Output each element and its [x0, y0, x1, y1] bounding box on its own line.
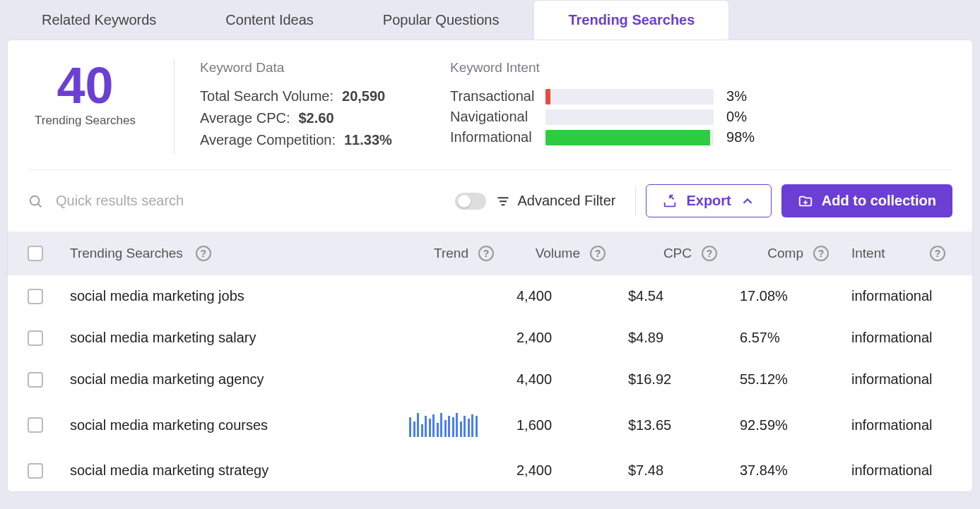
toolbar: Advanced Filter Export Add to collection	[8, 170, 972, 232]
row-volume: 4,400	[501, 288, 613, 304]
intent-percent: 98%	[726, 129, 755, 145]
toggle-knob	[458, 195, 471, 208]
row-checkbox[interactable]	[28, 463, 43, 479]
help-icon[interactable]: ?	[813, 246, 829, 261]
trending-count: 40	[35, 60, 136, 111]
keyword-stat-value: 11.33%	[344, 132, 392, 148]
intent-row: Transactional3%	[450, 88, 952, 104]
add-to-collection-button[interactable]: Add to collection	[781, 184, 952, 217]
intent-row: Navigational0%	[450, 109, 952, 125]
svg-rect-3	[500, 200, 507, 202]
export-icon	[662, 193, 678, 209]
sparkline	[409, 413, 478, 437]
help-icon[interactable]: ?	[478, 246, 494, 261]
keyword-stat-value: 20,590	[342, 88, 385, 104]
col-intent[interactable]: Intent	[851, 246, 885, 261]
add-collection-icon	[798, 193, 813, 209]
keyword-stat: Average CPC:$2.60	[200, 110, 427, 126]
row-keyword[interactable]: social media marketing strategy	[70, 462, 409, 479]
filter-icon	[496, 194, 510, 208]
row-keyword[interactable]: social media marketing courses	[70, 417, 409, 433]
intent-bar	[545, 109, 714, 125]
keyword-data-block: Keyword Data Total Search Volume:20,590A…	[187, 60, 427, 154]
col-volume[interactable]: Volume	[536, 246, 580, 261]
col-trend[interactable]: Trend	[434, 246, 468, 261]
search-input[interactable]	[56, 193, 296, 209]
table-row: social media marketing agency4,400$16.92…	[8, 359, 972, 400]
row-checkbox[interactable]	[28, 330, 43, 346]
advanced-filter-label-group: Advanced Filter	[496, 193, 615, 209]
row-intent: informational	[836, 371, 952, 388]
intent-bar	[545, 89, 714, 104]
col-trending-searches[interactable]: Trending Searches	[70, 246, 183, 261]
row-volume: 1,600	[501, 417, 613, 433]
intent-percent: 3%	[726, 88, 747, 104]
svg-point-0	[30, 196, 40, 205]
keyword-intent-block: Keyword Intent Transactional3%Navigation…	[427, 60, 952, 154]
tab-related-keywords[interactable]: Related Keywords	[7, 0, 191, 40]
keyword-stat-value: $2.60	[299, 110, 334, 126]
row-intent: informational	[836, 417, 952, 433]
col-cpc[interactable]: CPC	[663, 246, 692, 261]
row-intent: informational	[836, 288, 952, 304]
export-button[interactable]: Export	[646, 184, 771, 217]
svg-rect-2	[498, 197, 509, 198]
row-checkbox[interactable]	[28, 417, 43, 433]
select-all-checkbox[interactable]	[28, 246, 43, 261]
table-row: social media marketing strategy2,400$7.4…	[8, 450, 972, 491]
trending-count-label: Trending Searches	[35, 114, 136, 128]
toolbar-divider	[635, 186, 636, 216]
export-label: Export	[686, 193, 731, 209]
table-row: social media marketing salary2,400$4.896…	[8, 317, 972, 359]
row-volume: 2,400	[501, 330, 613, 346]
intent-row: Informational98%	[450, 129, 952, 145]
row-volume: 4,400	[501, 371, 613, 388]
row-keyword[interactable]: social media marketing salary	[70, 330, 409, 346]
row-intent: informational	[836, 462, 952, 479]
intent-label: Navigational	[450, 109, 545, 125]
row-volume: 2,400	[501, 462, 613, 479]
advanced-filter-label: Advanced Filter	[517, 193, 615, 209]
intent-bar-fill	[545, 130, 710, 145]
table-row: social media marketing courses1,600$13.6…	[8, 400, 972, 450]
help-icon[interactable]: ?	[930, 246, 945, 261]
intent-bar	[545, 130, 714, 145]
tab-popular-questions[interactable]: Popular Questions	[348, 0, 534, 40]
main-panel: 40 Trending Searches Keyword Data Total …	[7, 40, 973, 492]
count-block: 40 Trending Searches	[28, 60, 161, 154]
table-header: Trending Searches ? Trend ? Volume ? CPC…	[8, 232, 972, 275]
keyword-stat-label: Average CPC:	[200, 110, 290, 126]
row-checkbox[interactable]	[28, 289, 43, 304]
row-keyword[interactable]: social media marketing agency	[70, 371, 409, 388]
chevron-up-icon	[740, 193, 755, 209]
help-icon[interactable]: ?	[196, 246, 211, 261]
keyword-stat: Total Search Volume:20,590	[200, 88, 427, 104]
help-icon[interactable]: ?	[702, 246, 717, 261]
row-comp: 6.57%	[724, 330, 836, 346]
intent-label: Transactional	[450, 88, 545, 104]
svg-rect-4	[502, 204, 505, 205]
row-cpc: $16.92	[613, 371, 724, 388]
row-comp: 92.59%	[724, 417, 836, 433]
keyword-stat-label: Total Search Volume:	[200, 88, 333, 104]
tab-content-ideas[interactable]: Content Ideas	[191, 0, 348, 40]
add-to-collection-label: Add to collection	[822, 193, 936, 209]
tab-trending-searches[interactable]: Trending Searches	[533, 0, 729, 40]
help-icon[interactable]: ?	[590, 246, 606, 261]
intent-label: Informational	[450, 129, 545, 145]
row-comp: 55.12%	[724, 371, 836, 388]
intent-percent: 0%	[726, 109, 747, 125]
tabs-bar: Related KeywordsContent IdeasPopular Que…	[0, 0, 980, 40]
advanced-filter-toggle[interactable]	[455, 193, 486, 210]
row-comp: 37.84%	[724, 462, 836, 479]
svg-line-1	[38, 204, 41, 207]
keyword-stat: Average Competition:11.33%	[200, 132, 427, 148]
search-wrap	[28, 193, 445, 209]
keyword-intent-title: Keyword Intent	[450, 60, 952, 76]
row-cpc: $7.48	[613, 462, 724, 479]
col-comp[interactable]: Comp	[767, 246, 803, 261]
row-comp: 17.08%	[724, 288, 836, 304]
row-cpc: $13.65	[613, 417, 724, 433]
row-checkbox[interactable]	[28, 372, 43, 388]
row-keyword[interactable]: social media marketing jobs	[70, 288, 409, 304]
